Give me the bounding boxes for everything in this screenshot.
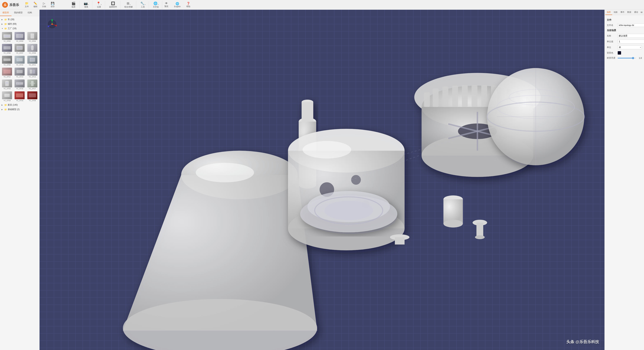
thumb-cf2a-item[interactable]: YC_CF2a bbox=[14, 91, 26, 102]
menu-save[interactable]: 💾 保存 bbox=[48, 1, 57, 9]
toolbar-skybox-btn[interactable]: 🌐 ▾ 天空盒 bbox=[151, 1, 161, 9]
skybox-label: 天空盒 bbox=[153, 6, 159, 8]
unit-value-row: 单位值 bbox=[607, 40, 642, 44]
svg-rect-20 bbox=[30, 70, 32, 74]
thumb-label-cf08: YC_CF08 bbox=[29, 52, 36, 54]
toolbar-tool-btn[interactable]: 🔧 ▾ 工具 bbox=[138, 1, 147, 9]
brightness-slider-track[interactable] bbox=[618, 58, 636, 59]
thumb-label-cf10: YC_CF10 bbox=[16, 64, 23, 66]
right-tab-comm[interactable]: 通信 bbox=[633, 10, 640, 15]
thumb-cf03[interactable]: YC_CF03 bbox=[14, 32, 26, 43]
thumb-box-cf07 bbox=[14, 44, 24, 52]
thumb-cf17[interactable]: YC_CF17 bbox=[26, 79, 38, 90]
thumb-cf04[interactable]: YC_CF04 bbox=[26, 32, 38, 43]
folder-icon-car: 📁 bbox=[4, 18, 7, 21]
folder-icon-basic: 📁 bbox=[4, 108, 7, 111]
svg-rect-23 bbox=[6, 82, 8, 84]
thumb-label-cf17: YC_CF17 bbox=[29, 88, 36, 90]
thumb-label-cf04: YC_CF04 bbox=[29, 40, 36, 42]
right-tab-animation[interactable]: 动效 bbox=[612, 10, 619, 15]
svg-rect-16 bbox=[30, 59, 34, 61]
help-icon: ❓ bbox=[186, 2, 190, 5]
thumb-cf02[interactable]: YC_CF02 bbox=[1, 32, 13, 43]
thumb-cf09[interactable]: YC_CF09 bbox=[1, 55, 13, 66]
thumb-cf16[interactable]: YC_CF16 bbox=[14, 79, 26, 90]
thumb-cf07[interactable]: YC_CF07 bbox=[14, 43, 26, 55]
menu-file[interactable]: 📁 文件 bbox=[23, 1, 31, 9]
tab-my-models[interactable]: 我的模型 bbox=[12, 10, 25, 16]
toolbar-camera-btn[interactable]: 📷 ▾ 视角 bbox=[82, 1, 91, 9]
right-panel-content: 文件 文件名 当前场景 名称 单位值 单位 bbox=[605, 15, 644, 350]
right-tab-mail-icon[interactable]: ✉ bbox=[640, 10, 644, 15]
menu-edit[interactable]: ✏️ 编辑 bbox=[31, 1, 40, 9]
camera-icon: 📷 bbox=[84, 2, 88, 6]
right-tab-events[interactable]: 事件 bbox=[619, 10, 626, 15]
tree-item-furniture[interactable]: ▶ 📁 家具 (140) bbox=[0, 103, 39, 107]
top-right-controls: 👁 预览 🌐 English ❓ 帮助 bbox=[163, 1, 194, 9]
tree-item-factory[interactable]: ▼ 📁 工厂 (18) bbox=[0, 26, 39, 31]
expand-icon-factory: ▼ bbox=[2, 28, 4, 30]
thumb-box-cf16 bbox=[14, 80, 24, 87]
tree-item-car[interactable]: ▶ 📁 车 (28) bbox=[0, 17, 39, 22]
thumb-cf06[interactable]: YC_CF06 bbox=[1, 43, 13, 55]
thumb-label-cf03: YC_CF03 bbox=[16, 40, 23, 42]
svg-rect-14 bbox=[17, 59, 19, 61]
svg-rect-26 bbox=[19, 83, 21, 84]
toolbar-position-btn[interactable]: 📍 ▾ 位置 bbox=[94, 1, 104, 9]
thumb-box-cf11 bbox=[27, 56, 38, 64]
thumb-cf14[interactable]: YC_CF14 bbox=[26, 67, 38, 78]
thumb-cf12[interactable]: YC_CF12 bbox=[1, 67, 13, 78]
thumb-cf13[interactable]: YC_CF13 bbox=[14, 67, 26, 78]
position-arrow: ▾ bbox=[101, 4, 102, 6]
filename-input[interactable] bbox=[618, 23, 644, 27]
svg-rect-68 bbox=[433, 89, 438, 107]
svg-rect-95 bbox=[395, 237, 404, 245]
watermark: 头条 @乐吾乐科技 bbox=[566, 339, 599, 344]
thumb-cf18[interactable]: YC_CF18 bbox=[1, 91, 13, 102]
file-label: 文件 bbox=[25, 5, 29, 8]
thumb-cf08[interactable]: YC_CF08 bbox=[26, 43, 38, 55]
viewport[interactable]: Y X Z bbox=[40, 10, 604, 350]
svg-rect-11 bbox=[31, 45, 34, 50]
language-btn[interactable]: 🌐 English bbox=[173, 1, 182, 8]
toolbar-scene-btn[interactable]: 🎬 场景 bbox=[69, 1, 78, 9]
thumb-label-cf15: YC_CF15 bbox=[4, 88, 10, 90]
svg-rect-12 bbox=[4, 59, 10, 61]
right-tab-scene[interactable]: 场景 bbox=[605, 10, 612, 15]
preview-btn[interactable]: 👁 预览 bbox=[163, 1, 170, 9]
thumb-cf11[interactable]: YC_CF11 bbox=[26, 55, 38, 66]
app-title: 乐吾乐 bbox=[9, 3, 19, 7]
unit-value-input[interactable] bbox=[618, 40, 644, 44]
expand-icon-basic: ▶ bbox=[2, 109, 4, 110]
tab-structure[interactable]: 结构 bbox=[25, 10, 34, 16]
thumb-cf2b-item[interactable]: YC_CF2b bbox=[26, 91, 38, 102]
scene-name-input[interactable] bbox=[618, 34, 644, 38]
menu-demo[interactable]: ▷ 示例 bbox=[40, 1, 48, 9]
thumb-label-cf07: YC_CF07 bbox=[16, 52, 23, 54]
svg-text:乐: 乐 bbox=[4, 3, 6, 7]
toolbar: 🎬 场景 📷 ▾ 视角 📍 ▾ 位置 bbox=[68, 1, 194, 9]
brightness-slider-thumb[interactable] bbox=[632, 57, 634, 59]
svg-rect-51 bbox=[302, 102, 313, 122]
preview-label: 预览 bbox=[164, 5, 168, 8]
tree-item-city[interactable]: ▶ 📁 城市 (69) bbox=[0, 22, 39, 26]
toolbar-select-btn[interactable]: 🔲 选择部件 bbox=[107, 1, 119, 9]
save-icon: 💾 bbox=[51, 2, 54, 5]
unit-select[interactable]: 米 厘米 毫米 bbox=[618, 45, 642, 49]
bg-color-swatch[interactable] bbox=[618, 51, 621, 55]
svg-rect-21 bbox=[32, 70, 35, 74]
edit-label: 编辑 bbox=[34, 5, 38, 8]
tree-label-car: 车 (28) bbox=[8, 18, 38, 21]
right-tab-data[interactable]: 数据 bbox=[626, 10, 633, 15]
thumb-box-cf12 bbox=[2, 68, 12, 76]
tab-model-library[interactable]: 模型库 bbox=[0, 10, 12, 16]
svg-point-56 bbox=[351, 175, 361, 185]
current-scene-section: 当前场景 名称 单位值 单位 米 厘米 毫米 bbox=[607, 29, 642, 60]
thumb-cf15[interactable]: YC_CF15 bbox=[1, 79, 13, 90]
unit-row: 单位 米 厘米 毫米 bbox=[607, 45, 642, 49]
help-btn[interactable]: ❓ 帮助 bbox=[185, 1, 192, 9]
tree-item-basic-models[interactable]: ▶ 📁 基础模型 (2) bbox=[0, 107, 39, 112]
camera-arrow: ▾ bbox=[88, 4, 89, 6]
thumb-cf10[interactable]: YC_CF10 bbox=[14, 55, 26, 66]
toolbar-combine-btn[interactable]: ⊞ ▾ 组合/拆解 bbox=[122, 1, 134, 9]
